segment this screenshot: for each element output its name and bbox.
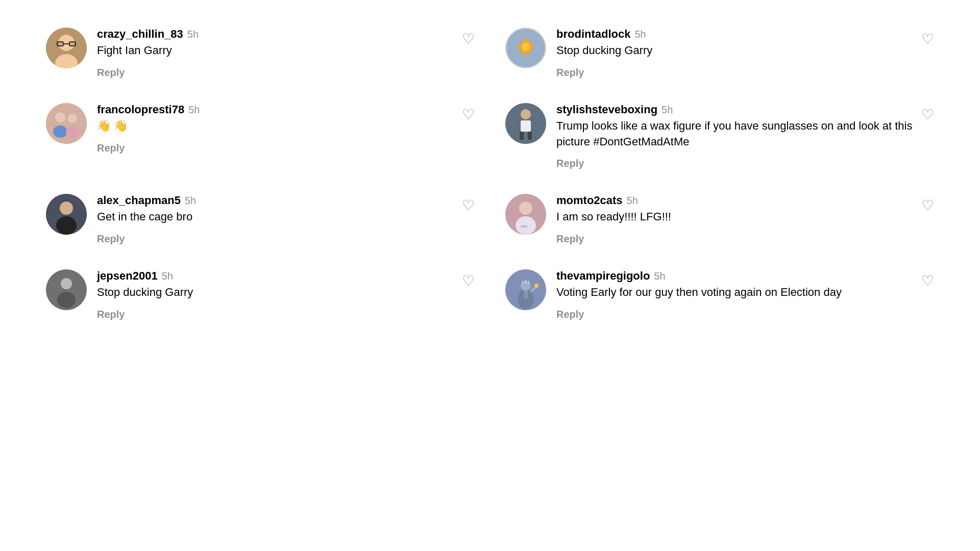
comment-header: alex_chapman5 5h (97, 194, 475, 207)
svg-point-28 (56, 216, 77, 235)
svg-point-22 (521, 109, 531, 119)
heart-icon (462, 198, 475, 213)
reply-button[interactable]: Reply (97, 309, 125, 320)
svg-rect-23 (521, 120, 531, 132)
timestamp: 5h (654, 270, 665, 282)
reply-button[interactable]: Reply (556, 309, 584, 320)
svg-point-17 (55, 112, 65, 122)
username: thevampiregigolo (556, 269, 650, 283)
comment-body: momto2cats 5h I am so ready!!!! LFG!!! R… (556, 194, 934, 245)
heart-icon (462, 107, 475, 122)
svg-rect-24 (520, 132, 524, 140)
comment-text: Stop ducking Garry (556, 43, 934, 59)
timestamp: 5h (185, 195, 196, 207)
comment-text: Voting Early for our guy then voting aga… (556, 285, 934, 300)
timestamp: 5h (187, 29, 199, 40)
username: momto2cats (556, 194, 623, 207)
svg-rect-25 (528, 132, 532, 140)
comment-text: I am so ready!!!! LFG!!! (556, 209, 934, 225)
reply-button[interactable]: Reply (556, 158, 584, 169)
avatar (505, 103, 546, 144)
svg-rect-6 (57, 42, 63, 46)
avatar (46, 103, 87, 144)
svg-point-30 (519, 202, 532, 215)
comment-header: brodintadlock 5h (556, 28, 934, 41)
heart-icon (921, 273, 934, 289)
comment-text: Trump looks like a wax figure if you hav… (556, 118, 934, 150)
comment-body: thevampiregigolo 5h Voting Early for our… (556, 269, 934, 320)
comment-header: thevampiregigolo 5h (556, 269, 934, 283)
username: jepsen2001 (97, 269, 158, 283)
comment-item: crazy_chillin_83 5h Fight Ian Garry Repl… (31, 15, 490, 91)
comment-header: stylishsteveboxing 5h (556, 103, 934, 116)
svg-point-18 (53, 126, 67, 138)
avatar (505, 269, 546, 310)
timestamp: 5h (188, 104, 200, 116)
comment-header: francolopresti78 5h (97, 103, 475, 116)
like-button[interactable] (462, 31, 475, 47)
reply-button[interactable]: Reply (97, 67, 125, 79)
comment-header: jepsen2001 5h (97, 269, 475, 283)
username: crazy_chillin_83 (97, 28, 183, 41)
like-button[interactable] (921, 106, 934, 123)
comment-item: shirt momto2cats 5h I am so ready!!!! LF… (490, 182, 949, 257)
comment-text: 👋 👋 (97, 118, 475, 134)
avatar (46, 269, 87, 310)
timestamp: 5h (634, 29, 646, 40)
reply-button[interactable]: Reply (556, 233, 584, 245)
comment-text: Get in the cage bro (97, 209, 475, 225)
svg-point-35 (57, 292, 76, 308)
svg-point-16 (46, 103, 87, 144)
svg-point-45 (534, 284, 538, 288)
heart-icon (921, 198, 934, 213)
username: brodintadlock (556, 28, 630, 41)
svg-text:shirt: shirt (521, 224, 527, 228)
comment-body: stylishsteveboxing 5h Trump looks like a… (556, 103, 934, 170)
avatar (46, 194, 87, 235)
like-button[interactable] (921, 31, 934, 47)
like-button[interactable] (462, 272, 475, 289)
timestamp: 5h (662, 104, 673, 116)
comment-header: momto2cats 5h (556, 194, 934, 207)
like-button[interactable] (921, 272, 934, 289)
comment-item: stylishsteveboxing 5h Trump looks like a… (490, 91, 949, 182)
comment-body: brodintadlock 5h Stop ducking Garry Repl… (556, 28, 934, 79)
comment-item: jepsen2001 5h Stop ducking Garry Reply (31, 257, 490, 333)
avatar: shirt (505, 194, 546, 235)
heart-icon (462, 273, 475, 289)
comment-header: crazy_chillin_83 5h (97, 28, 475, 41)
comment-item: brodintadlock 5h Stop ducking Garry Repl… (490, 15, 949, 91)
svg-point-20 (66, 127, 79, 138)
like-button[interactable] (462, 106, 475, 123)
svg-point-36 (61, 278, 72, 289)
like-button[interactable] (921, 197, 934, 214)
svg-rect-7 (69, 42, 76, 46)
timestamp: 5h (627, 195, 638, 207)
avatar (505, 28, 546, 68)
comment-item: alex_chapman5 5h Get in the cage bro Rep… (31, 182, 490, 257)
comment-body: francolopresti78 5h 👋 👋 Reply (97, 103, 475, 154)
svg-point-10 (522, 43, 529, 51)
username: stylishsteveboxing (556, 103, 657, 116)
heart-icon (921, 107, 934, 122)
avatar (46, 28, 87, 68)
comment-text: Stop ducking Garry (97, 285, 475, 300)
username: alex_chapman5 (97, 194, 181, 207)
comment-body: alex_chapman5 5h Get in the cage bro Rep… (97, 194, 475, 245)
comment-item: thevampiregigolo 5h Voting Early for our… (490, 257, 949, 333)
reply-button[interactable]: Reply (97, 233, 125, 245)
reply-button[interactable]: Reply (97, 142, 125, 154)
comment-body: jepsen2001 5h Stop ducking Garry Reply (97, 269, 475, 320)
reply-button[interactable]: Reply (556, 67, 584, 79)
comment-text: Fight Ian Garry (97, 43, 475, 59)
like-button[interactable] (462, 197, 475, 214)
comment-body: crazy_chillin_83 5h Fight Ian Garry Repl… (97, 28, 475, 79)
heart-icon (921, 32, 934, 47)
svg-point-27 (60, 202, 73, 215)
comments-grid: crazy_chillin_83 5h Fight Ian Garry Repl… (0, 0, 980, 348)
comment-item: francolopresti78 5h 👋 👋 Reply (31, 91, 490, 182)
heart-icon (462, 32, 475, 47)
timestamp: 5h (162, 270, 173, 282)
svg-point-19 (68, 114, 77, 123)
username: francolopresti78 (97, 103, 184, 116)
